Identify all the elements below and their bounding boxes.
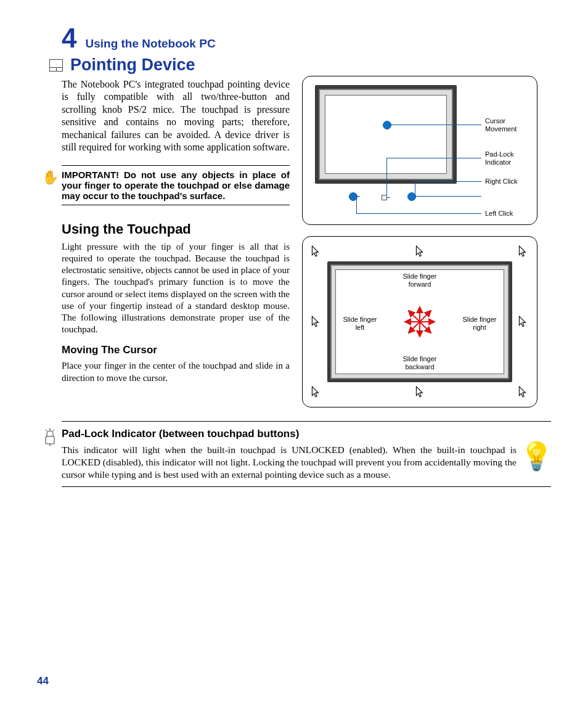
touchpad-icon: [49, 59, 63, 72]
chapter-number: 4: [62, 25, 76, 52]
cursor-icon: [518, 245, 527, 258]
svg-line-4: [409, 311, 420, 322]
hand-icon: ✋: [42, 170, 59, 186]
section-title-using-touchpad: Using the Touchpad: [62, 221, 290, 237]
para-moving-cursor: Place your finger in the center of the t…: [62, 360, 290, 383]
cursor-icon: [415, 386, 424, 398]
callout-important: IMPORTANT! Do not use any objects in pla…: [62, 170, 290, 201]
cursor-icon: [311, 386, 320, 398]
label-padlock-indicator: Pad-Lock Indicator: [485, 150, 513, 166]
svg-line-7: [420, 322, 431, 333]
svg-rect-11: [46, 436, 54, 444]
dot-cursor-movement: [383, 121, 391, 129]
chapter-title: Using the Notebook PC: [85, 37, 215, 51]
cursor-icon: [311, 316, 320, 328]
label-slide-right: Slide finger right: [458, 316, 501, 331]
svg-line-6: [409, 322, 420, 333]
section-title-pointing-device: Pointing Device: [70, 55, 195, 75]
cursor-icon: [415, 245, 424, 258]
section-title-moving-cursor: Moving The Cursor: [62, 344, 290, 356]
label-slide-left: Slide finger left: [338, 316, 382, 331]
arrows-starburst-icon: [401, 303, 438, 340]
divider: [62, 486, 551, 487]
label-cursor-movement: Cursor Movement: [485, 117, 517, 133]
label-slide-forward: Slide finger forward: [398, 272, 441, 288]
label-left-click: Left Click: [485, 210, 513, 218]
svg-line-10: [52, 430, 54, 432]
padlock-shine-icon: [43, 428, 57, 448]
para-using-touchpad: Light pressure with the tip of your fing…: [62, 241, 290, 336]
svg-line-5: [420, 311, 431, 322]
label-slide-backward: Slide finger backward: [398, 355, 441, 370]
figure-touchpad-layout: Cursor Movement Pad-Lock Indicator Right…: [302, 76, 537, 225]
figure-touchpad-gestures: Slide finger forward Slide finger left S…: [302, 236, 537, 407]
cursor-icon: [518, 316, 527, 328]
section-title-padlock-indicator: Pad-Lock Indicator (between touchpad but…: [62, 428, 551, 440]
page-number: 44: [37, 675, 49, 687]
para-pointing-device: The Notebook PC's integrated touchpad po…: [62, 78, 290, 154]
label-right-click: Right Click: [485, 178, 518, 186]
divider: [62, 421, 551, 422]
cursor-icon: [518, 386, 527, 398]
svg-line-9: [46, 430, 47, 432]
para-padlock-indicator: This indicator will light when the built…: [62, 444, 551, 480]
cursor-icon: [311, 245, 320, 258]
lightbulb-icon: 💡: [520, 440, 553, 472]
